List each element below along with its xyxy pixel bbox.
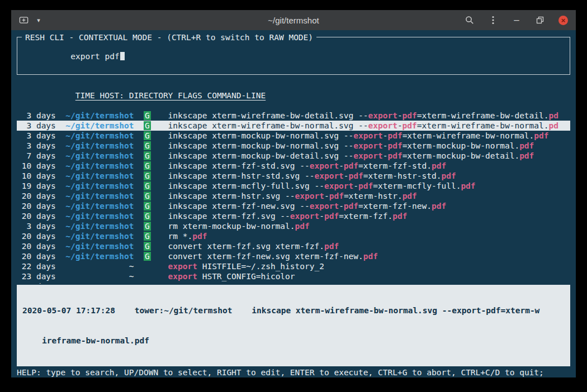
command-cell: export HISTFILE=~/.zsh_history_2: [168, 261, 570, 271]
flags-cell: G: [139, 161, 163, 171]
host-directory-cell: ~/git/termshot: [61, 211, 134, 221]
match-highlight: export: [368, 111, 397, 120]
match-highlight: pdf: [461, 181, 475, 190]
host-directory-cell: ~/git/termshot: [61, 131, 134, 141]
host-directory-cell: ~/git/termshot: [61, 191, 134, 201]
history-row-selected[interactable]: 3 days~/git/termshotGinkscape xterm-wire…: [17, 121, 570, 131]
match-highlight: pdf: [324, 242, 339, 251]
resh-search-box[interactable]: RESH CLI - CONTEXTUAL MODE - (CTRL+R to …: [17, 37, 570, 75]
match-highlight: pdf: [403, 111, 417, 120]
flags-cell: G: [139, 241, 163, 251]
host-directory-cell: ~/git/termshot: [61, 201, 134, 211]
search-icon[interactable]: [465, 15, 475, 25]
directory: ~/git/termshot: [65, 111, 134, 120]
history-row[interactable]: 3 days~/git/termshotGrm xterm-mockup-bw-…: [17, 221, 570, 231]
command-cell: inkscape xterm-mockup-bw-normal.svg --ex…: [168, 131, 570, 141]
match-highlight: pdf: [519, 141, 534, 150]
resh-mode-label: RESH CLI - CONTEXTUAL MODE - (CTRL+R to …: [22, 32, 316, 42]
flags-cell: G: [139, 111, 163, 121]
match-highlight: pdf: [403, 192, 417, 200]
status-bar: 2020-05-07 17:17:28 tower:~/git/termshot…: [17, 285, 570, 366]
time-cell: 20 days: [17, 231, 56, 241]
time-cell: 20 days: [17, 211, 56, 221]
status-line-1: 2020-05-07 17:17:28 tower:~/git/termshot…: [22, 305, 570, 315]
host-directory-cell: ~/git/termshot: [61, 161, 134, 171]
flags-cell: G: [139, 201, 163, 211]
history-column-headers: TIME HOST: DIRECTORY FLAGS COMMAND-LINE: [75, 91, 266, 100]
match-highlight: export: [168, 272, 197, 281]
history-row[interactable]: 20 days~/git/termshotGinkscape xterm-hst…: [17, 191, 570, 201]
match-highlight: pdf: [441, 171, 456, 180]
history-row[interactable]: 10 days~/git/termshotGinkscape xterm-hst…: [17, 171, 570, 181]
command-cell: inkscape xterm-fzf-new.svg --export-pdf=…: [168, 201, 570, 211]
match-highlight: pdf: [534, 131, 548, 140]
time-cell: 3 days: [17, 131, 56, 141]
history-row[interactable]: 3 days~/git/termshotGinkscape xterm-wire…: [17, 111, 570, 121]
command-cell: inkscape xterm-hstr-std.svg --export-pdf…: [168, 171, 570, 181]
command-cell: inkscape xterm-mockup-bw-normal.svg --ex…: [168, 141, 570, 151]
history-row[interactable]: 10 days~/git/termshotGinkscape xterm-fzf…: [17, 161, 570, 171]
host-directory-cell: ~: [61, 271, 134, 281]
host-directory-cell: ~/git/termshot: [61, 231, 134, 241]
match-highlight: export: [314, 171, 343, 180]
history-list: 3 days~/git/termshotGinkscape xterm-wire…: [17, 111, 570, 284]
match-highlight: pdf: [387, 141, 402, 150]
time-cell: 20 days: [17, 251, 56, 261]
command-cell: rm xterm-mockup-bw-normal.pdf: [168, 221, 570, 231]
match-highlight: pd: [549, 121, 558, 130]
tab-dropdown-caret-icon[interactable]: ▾: [34, 15, 44, 25]
git-repo-flag: G: [144, 202, 151, 211]
time-cell: 20 days: [17, 191, 56, 201]
history-row[interactable]: 24 days~export PATH: [17, 281, 570, 284]
titlebar[interactable]: ▾ ~/git/termshot –: [11, 10, 576, 30]
history-row[interactable]: 7 days~/git/termshotGinkscape xterm-mock…: [17, 151, 570, 161]
titlebar-left-group: ▾: [19, 15, 44, 25]
history-row[interactable]: 20 days~/git/termshotGinkscape xterm-fzf…: [17, 211, 570, 221]
menu-kebab-icon[interactable]: [488, 15, 498, 25]
match-highlight: pdf: [387, 131, 402, 140]
history-row[interactable]: 3 days~/git/termshotGinkscape xterm-mock…: [17, 141, 570, 151]
history-row[interactable]: 22 days~export HISTFILE=~/.zsh_history_2: [17, 261, 570, 271]
match-highlight: pdf: [392, 212, 407, 221]
host-directory-cell: ~/git/termshot: [61, 171, 134, 181]
flags-cell: G: [139, 171, 163, 181]
new-tab-icon[interactable]: [19, 15, 29, 25]
close-button[interactable]: ×: [558, 16, 568, 25]
match-highlight: pdf: [519, 151, 534, 160]
restore-button[interactable]: [535, 15, 545, 25]
git-repo-flag: G: [144, 161, 151, 170]
history-row[interactable]: 20 days~/git/termshotGconvert xterm-fzf-…: [17, 251, 570, 261]
flags-cell: G: [139, 131, 163, 141]
match-highlight: pdf: [363, 252, 378, 261]
minimize-button[interactable]: –: [512, 15, 522, 25]
host-directory-cell: ~/git/termshot: [61, 181, 134, 191]
history-row[interactable]: 23 days~export HSTR_CONFIG=hicolor: [17, 271, 570, 281]
history-row[interactable]: 20 days~/git/termshotGrm *.pdf: [17, 231, 570, 241]
git-repo-flag: G: [144, 232, 151, 241]
command-cell: rm *.pdf: [168, 231, 570, 241]
history-row[interactable]: 3 days~/git/termshotGinkscape xterm-mock…: [17, 131, 570, 141]
git-repo-flag: G: [144, 151, 151, 160]
search-input[interactable]: export pdf: [22, 41, 565, 71]
match-highlight: pdf: [403, 121, 417, 130]
flags-cell: G: [139, 121, 163, 131]
host-directory-cell: ~/git/termshot: [61, 121, 134, 131]
git-repo-flag: G: [144, 111, 151, 120]
command-cell: inkscape xterm-fzf.svg --export-pdf=xter…: [168, 211, 570, 221]
terminal-screen: RESH CLI - CONTEXTUAL MODE - (CTRL+R to …: [11, 30, 576, 377]
history-row[interactable]: 20 days~/git/termshotGinkscape xterm-fzf…: [17, 201, 570, 211]
match-highlight: pdf: [349, 171, 363, 180]
directory: ~/git/termshot: [65, 242, 134, 251]
history-row[interactable]: 19 days~/git/termshotGinkscape xterm-mcf…: [17, 181, 570, 191]
directory: ~/git/termshot: [65, 192, 134, 200]
titlebar-right-group: – ×: [465, 15, 568, 25]
flags-cell: G: [139, 251, 163, 261]
match-highlight: export: [290, 212, 319, 221]
match-highlight: pd: [549, 111, 558, 120]
history-row[interactable]: 20 days~/git/termshotGconvert xterm-fzf.…: [17, 241, 570, 251]
git-repo-flag: G: [144, 252, 151, 261]
time-cell: 3 days: [17, 121, 56, 131]
time-cell: 20 days: [17, 241, 56, 251]
command-cell: inkscape xterm-mcfly-full.svg --export-p…: [168, 181, 570, 191]
command-cell: inkscape xterm-hstr.svg --export-pdf=xte…: [168, 191, 570, 201]
